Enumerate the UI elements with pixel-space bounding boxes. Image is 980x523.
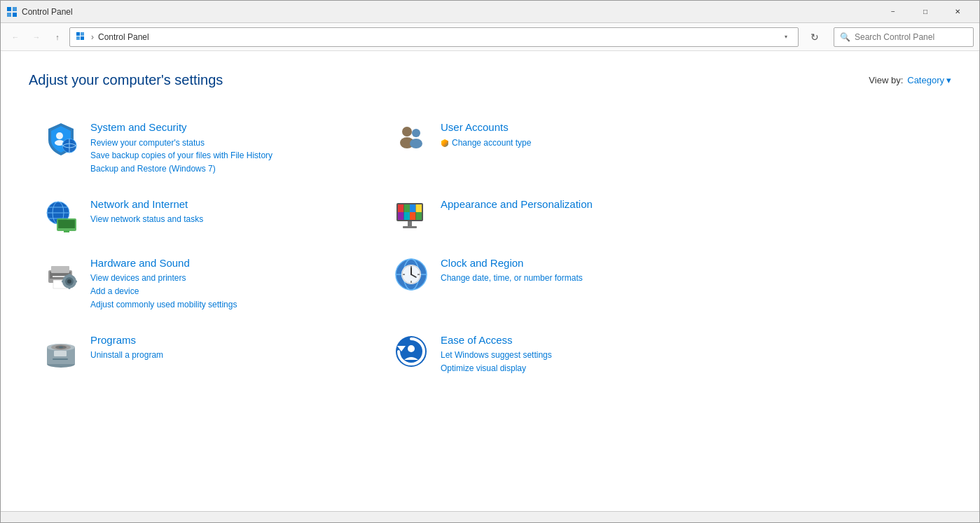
page-title: Adjust your computer's settings: [29, 72, 223, 88]
category-user-accounts[interactable]: User Accounts: [379, 109, 729, 186]
svg-rect-30: [410, 204, 416, 212]
clock-region-title[interactable]: Clock and Region: [441, 256, 583, 270]
search-icon: 🔍: [840, 32, 850, 42]
network-internet-title[interactable]: Network and Internet: [90, 197, 203, 211]
uninstall-program-link[interactable]: Uninstall a program: [90, 349, 163, 361]
system-security-icon: [43, 120, 79, 157]
svg-rect-47: [69, 286, 71, 289]
view-by-category: Category: [907, 75, 944, 85]
search-input[interactable]: [855, 32, 967, 42]
system-security-content: System and Security Review your computer…: [90, 120, 272, 175]
ease-of-access-icon: [393, 333, 429, 370]
clock-region-icon: [393, 256, 429, 293]
svg-rect-35: [416, 212, 422, 220]
address-bar: ← → ↑ › Control Panel ▾ ↻ 🔍: [1, 23, 979, 51]
svg-rect-32: [398, 212, 404, 220]
close-button[interactable]: ✕: [941, 1, 974, 23]
forward-button[interactable]: →: [27, 28, 46, 46]
ease-of-access-links: Let Windows suggest settings Optimize vi…: [441, 349, 552, 375]
svg-rect-2: [7, 13, 11, 17]
svg-rect-40: [51, 266, 69, 273]
minimize-button[interactable]: −: [877, 1, 909, 23]
visual-display-link[interactable]: Optimize visual display: [441, 363, 552, 375]
appearance-personalization-content: Appearance and Personalization: [441, 197, 593, 214]
hardware-sound-links: View devices and printers Add a device A…: [90, 272, 237, 310]
search-box[interactable]: 🔍: [834, 27, 974, 47]
appearance-personalization-title[interactable]: Appearance and Personalization: [441, 197, 593, 211]
address-dropdown-button[interactable]: ▾: [780, 28, 792, 46]
svg-point-72: [408, 345, 415, 352]
hardware-sound-icon: [43, 256, 79, 293]
svg-rect-28: [398, 204, 404, 212]
programs-icon: [43, 333, 79, 370]
window-icon: [6, 6, 18, 18]
system-security-title[interactable]: System and Security: [90, 120, 272, 134]
date-time-link[interactable]: Change date, time, or number formats: [441, 272, 583, 284]
maximize-button[interactable]: □: [909, 1, 941, 23]
devices-printers-link[interactable]: View devices and printers: [90, 272, 237, 284]
up-button[interactable]: ↑: [48, 28, 67, 46]
add-device-link[interactable]: Add a device: [90, 286, 237, 298]
back-button[interactable]: ←: [6, 28, 25, 46]
windows-suggest-link[interactable]: Let Windows suggest settings: [441, 349, 552, 361]
window-controls: − □ ✕: [877, 1, 974, 23]
file-history-link[interactable]: Save backup copies of your files with Fi…: [90, 150, 272, 162]
user-accounts-title[interactable]: User Accounts: [441, 120, 531, 134]
mobility-settings-link[interactable]: Adjust commonly used mobility settings: [90, 299, 237, 311]
svg-point-13: [402, 127, 412, 137]
svg-point-45: [67, 279, 71, 284]
programs-title[interactable]: Programs: [90, 333, 163, 347]
network-status-link[interactable]: View network status and tasks: [90, 214, 203, 225]
main-content: Adjust your computer's settings View by:…: [1, 51, 979, 511]
svg-rect-49: [74, 280, 77, 282]
shield-icon: [441, 139, 449, 147]
review-status-link[interactable]: Review your computer's status: [90, 137, 272, 149]
change-account-type-link[interactable]: Change account type: [441, 137, 531, 149]
view-by-value[interactable]: Category ▾: [907, 75, 951, 85]
view-by-control: View by: Category ▾: [869, 75, 951, 85]
window-title: Control Panel: [22, 7, 877, 17]
programs-content: Programs Uninstall a program: [90, 333, 163, 361]
programs-links: Uninstall a program: [90, 349, 163, 361]
svg-rect-29: [404, 204, 410, 212]
categories-grid: System and Security Review your computer…: [29, 109, 729, 386]
svg-rect-48: [62, 280, 64, 282]
svg-rect-31: [416, 204, 422, 212]
svg-rect-33: [404, 212, 410, 220]
refresh-button[interactable]: ↻: [804, 27, 825, 47]
clock-region-links: Change date, time, or number formats: [441, 272, 583, 284]
address-field[interactable]: › Control Panel ▾: [69, 27, 799, 47]
window: Control Panel − □ ✕ ← → ↑ › Control Pane…: [0, 0, 980, 523]
category-clock-region[interactable]: Clock and Region Change date, time, or n…: [379, 245, 729, 322]
category-hardware-sound[interactable]: Hardware and Sound View devices and prin…: [29, 245, 379, 322]
category-ease-of-access[interactable]: Ease of Access Let Windows suggest setti…: [379, 322, 729, 386]
category-system-security[interactable]: System and Security Review your computer…: [29, 109, 379, 186]
svg-point-8: [56, 132, 63, 139]
address-field-icon: [76, 32, 87, 43]
svg-point-67: [59, 347, 63, 348]
svg-rect-24: [58, 220, 75, 228]
svg-point-15: [412, 129, 420, 137]
ease-of-access-title[interactable]: Ease of Access: [441, 333, 552, 347]
category-appearance-personalization[interactable]: Appearance and Personalization: [379, 186, 729, 245]
hardware-sound-title[interactable]: Hardware and Sound: [90, 256, 237, 270]
user-accounts-links: Change account type: [441, 137, 531, 149]
user-accounts-icon: [393, 120, 429, 157]
view-by-arrow: ▾: [946, 75, 951, 85]
address-text: Control Panel: [98, 32, 775, 42]
category-programs[interactable]: Programs Uninstall a program: [29, 322, 379, 386]
backup-restore-link[interactable]: Backup and Restore (Windows 7): [90, 163, 272, 175]
appearance-personalization-icon: [393, 197, 429, 234]
svg-rect-1: [13, 7, 17, 11]
svg-rect-6: [76, 36, 80, 40]
svg-rect-37: [403, 226, 417, 228]
network-internet-content: Network and Internet View network status…: [90, 197, 203, 225]
ease-of-access-content: Ease of Access Let Windows suggest setti…: [441, 333, 552, 375]
user-accounts-content: User Accounts: [441, 120, 531, 148]
page-header: Adjust your computer's settings View by:…: [29, 72, 951, 88]
category-network-internet[interactable]: Network and Internet View network status…: [29, 186, 379, 245]
svg-rect-5: [81, 32, 84, 36]
svg-rect-7: [81, 36, 84, 40]
svg-rect-46: [69, 274, 71, 277]
scrollbar-area: [1, 511, 979, 522]
